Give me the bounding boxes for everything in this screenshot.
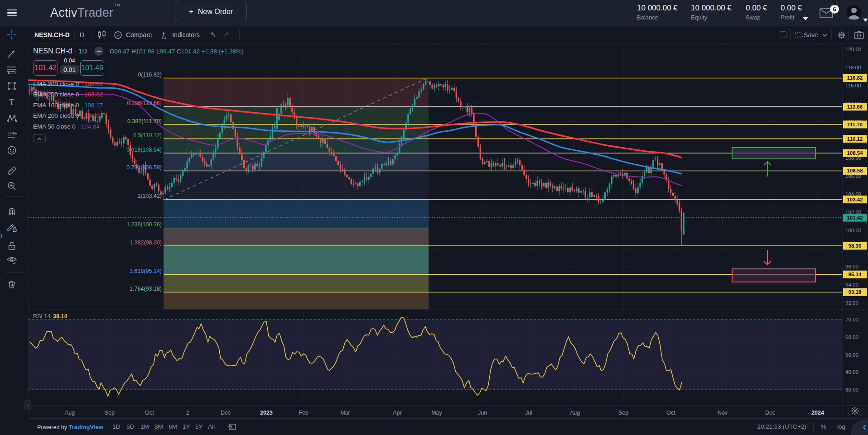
svg-text:Aug: Aug <box>65 410 75 416</box>
svg-text:96.00: 96.00 <box>845 264 858 269</box>
svg-text:May: May <box>431 410 442 416</box>
svg-text:Oct: Oct <box>145 410 154 416</box>
svg-text:93.18: 93.18 <box>849 289 862 295</box>
svg-text:98.30: 98.30 <box>849 243 862 249</box>
svg-text:1.764(93.18): 1.764(93.18) <box>130 286 162 292</box>
svg-text:118.00: 118.00 <box>845 65 861 70</box>
svg-text:6: 6 <box>833 6 836 13</box>
svg-text:92.00: 92.00 <box>845 300 858 306</box>
svg-text:103.42: 103.42 <box>847 197 863 202</box>
svg-text:RSI 14: RSI 14 <box>33 313 50 320</box>
svg-text:Dec: Dec <box>221 410 231 416</box>
svg-text:Aug: Aug <box>570 410 580 416</box>
svg-text:0.764(106.58): 0.764(106.58) <box>126 164 162 171</box>
svg-text:Jul: Jul <box>525 410 532 416</box>
svg-text:Dec: Dec <box>765 410 775 416</box>
svg-text:Sep: Sep <box>618 410 628 416</box>
svg-text:101.42: 101.42 <box>847 215 863 220</box>
svg-text:Mar: Mar <box>340 410 350 416</box>
svg-text:Oct: Oct <box>666 410 675 416</box>
svg-text:106.58: 106.58 <box>847 168 863 173</box>
svg-text:Sep: Sep <box>105 410 115 416</box>
svg-text:Apr: Apr <box>393 410 401 416</box>
svg-text:38.14: 38.14 <box>53 313 67 320</box>
svg-text:1.618(95.14): 1.618(95.14) <box>130 268 162 274</box>
svg-text:120.00: 120.00 <box>845 47 861 52</box>
svg-text:108.54: 108.54 <box>847 150 863 156</box>
svg-text:116.00: 116.00 <box>845 83 861 88</box>
svg-text:60.00: 60.00 <box>845 335 858 340</box>
svg-text:1.382(98.30): 1.382(98.30) <box>130 239 162 246</box>
svg-text:Jun: Jun <box>478 410 487 416</box>
svg-text:30.00: 30.00 <box>845 387 858 392</box>
svg-text:1(103.42): 1(103.42) <box>137 193 162 199</box>
svg-text:40.00: 40.00 <box>845 369 858 375</box>
svg-text:50.00: 50.00 <box>845 352 858 358</box>
svg-text:113.66: 113.66 <box>847 104 863 110</box>
svg-text:111.70: 111.70 <box>847 122 863 127</box>
svg-text:94.00: 94.00 <box>845 282 858 287</box>
svg-text:0.618(108.54): 0.618(108.54) <box>126 147 162 153</box>
svg-text:100.00: 100.00 <box>845 228 861 233</box>
svg-text:2024: 2024 <box>811 410 824 416</box>
svg-text:Nov: Nov <box>718 410 728 416</box>
svg-text:110.12: 110.12 <box>847 136 863 142</box>
svg-text:1.236(100.26): 1.236(100.26) <box>126 221 162 228</box>
svg-text:2023: 2023 <box>260 410 273 416</box>
svg-text:Feb: Feb <box>299 410 309 416</box>
svg-text:116.82: 116.82 <box>847 75 863 81</box>
svg-text:70.00: 70.00 <box>845 317 858 322</box>
svg-text:2: 2 <box>186 410 189 416</box>
svg-text:95.14: 95.14 <box>849 272 862 277</box>
